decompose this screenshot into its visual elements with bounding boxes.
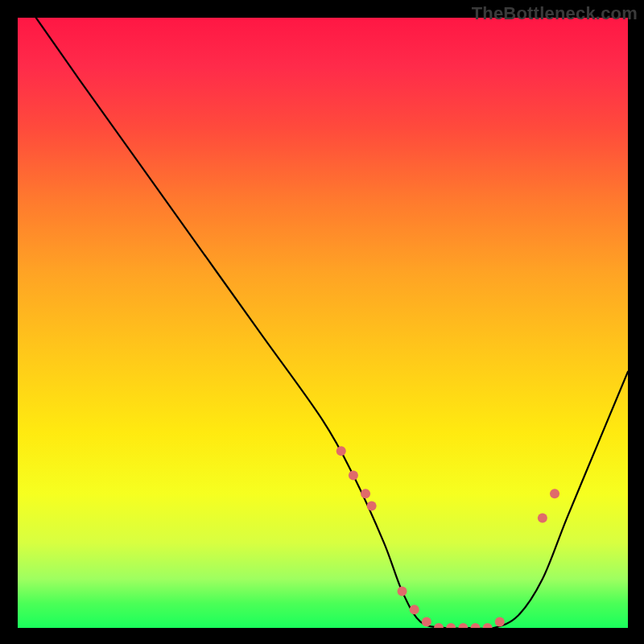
marker-dot <box>434 623 444 628</box>
curve-markers <box>336 446 559 628</box>
marker-dot <box>422 617 431 626</box>
marker-dot <box>458 623 468 628</box>
marker-dot <box>349 471 358 481</box>
watermark-text: TheBottleneck.com <box>472 3 638 24</box>
chart-frame: TheBottleneck.com <box>0 0 644 644</box>
marker-dot <box>336 446 346 456</box>
plot-area <box>18 18 628 628</box>
marker-dot <box>550 489 559 498</box>
marker-dot <box>410 605 419 614</box>
marker-dot <box>538 514 547 523</box>
marker-dot <box>398 587 407 597</box>
curve-path-group <box>36 18 628 628</box>
marker-dot <box>483 623 493 628</box>
marker-dot <box>367 501 377 510</box>
marker-dot <box>446 623 456 628</box>
marker-dot <box>361 489 370 498</box>
marker-dot <box>471 623 481 628</box>
bottleneck-curve <box>36 18 628 628</box>
chart-svg <box>18 18 628 628</box>
marker-dot <box>495 617 505 626</box>
